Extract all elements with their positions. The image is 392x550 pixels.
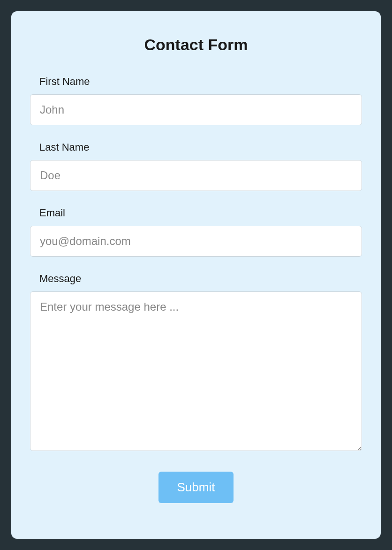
message-group: Message (30, 273, 362, 453)
first-name-input[interactable] (30, 94, 362, 125)
last-name-label: Last Name (39, 141, 362, 153)
email-input[interactable] (30, 226, 362, 257)
submit-button[interactable]: Submit (158, 472, 234, 503)
submit-wrapper: Submit (30, 472, 362, 503)
message-textarea[interactable] (30, 291, 362, 451)
last-name-input[interactable] (30, 160, 362, 191)
form-title: Contact Form (30, 36, 362, 54)
last-name-group: Last Name (30, 141, 362, 191)
contact-form-card: Contact Form First Name Last Name Email … (11, 11, 381, 539)
email-group: Email (30, 207, 362, 257)
first-name-label: First Name (39, 76, 362, 88)
first-name-group: First Name (30, 76, 362, 125)
message-label: Message (39, 273, 362, 285)
email-label: Email (39, 207, 362, 219)
